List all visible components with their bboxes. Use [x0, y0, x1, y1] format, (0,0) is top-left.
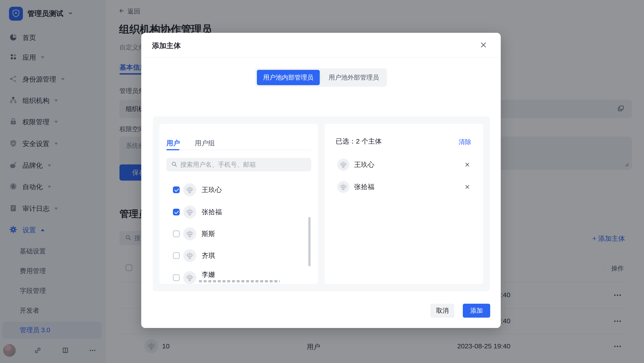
clipped-subtext — [199, 280, 280, 282]
user-name: 张拾福 — [202, 208, 222, 217]
selected-name: 张拾福 — [354, 182, 374, 192]
user-avatar — [183, 183, 196, 196]
user-name: 齐琪 — [202, 251, 215, 260]
remove-icon[interactable] — [463, 160, 472, 169]
tab-users[interactable]: 用户 — [166, 139, 180, 148]
user-avatar — [183, 271, 196, 284]
tab-active-underline — [166, 149, 180, 150]
admin-type-segmented-control: 用户池内部管理员 用户池外部管理员 — [255, 68, 387, 87]
user-checkbox[interactable] — [173, 209, 180, 215]
user-list-item[interactable]: 齐琪 — [160, 247, 318, 264]
user-avatar — [337, 159, 350, 171]
user-avatar — [183, 249, 196, 262]
user-avatar — [337, 181, 350, 193]
selected-summary: 已选：2 个主体 — [336, 137, 382, 146]
picker-panel: 用户 用户组 搜索用户名、手机号、邮箱 王玖心 张拾福 — [153, 116, 490, 291]
admin-console-app: 管理员测试 首页 应用 身份源管理 组织机构 权限管理 — [0, 0, 644, 363]
selected-item: 张拾福 — [324, 179, 483, 195]
selected-panel-card: 已选：2 个主体 清除 王玖心 张拾福 — [324, 124, 483, 284]
user-checkbox[interactable] — [173, 274, 180, 281]
modal-header-divider — [141, 58, 501, 58]
user-name: 李姗 — [202, 270, 215, 279]
user-list-item[interactable]: 斯斯 — [160, 225, 318, 242]
user-search-placeholder: 搜索用户名、手机号、邮箱 — [180, 160, 256, 169]
segment-external-admin[interactable]: 用户池外部管理员 — [322, 70, 385, 85]
user-list-item[interactable]: 王玖心 — [160, 181, 318, 198]
user-list-item[interactable]: 张拾福 — [160, 203, 318, 221]
add-subject-modal: 添加主体 用户池内部管理员 用户池外部管理员 1 选择管理员主体 › 2 通知管… — [141, 33, 501, 328]
tabs-divider — [166, 150, 311, 150]
cancel-label: 取消 — [436, 306, 449, 315]
user-picker-card: 用户 用户组 搜索用户名、手机号、邮箱 王玖心 张拾福 — [160, 124, 318, 284]
user-checkbox[interactable] — [173, 230, 180, 237]
clear-link[interactable]: 清除 — [459, 138, 471, 146]
segment-internal-admin[interactable]: 用户池内部管理员 — [257, 70, 320, 85]
user-search-input[interactable]: 搜索用户名、手机号、邮箱 — [166, 158, 311, 171]
user-avatar — [183, 206, 196, 219]
user-checkbox[interactable] — [173, 186, 180, 193]
modal-title: 添加主体 — [152, 41, 181, 51]
user-avatar — [183, 227, 196, 240]
remove-icon[interactable] — [463, 182, 472, 191]
selected-item: 王玖心 — [324, 157, 483, 173]
confirm-add-button[interactable]: 添加 — [463, 304, 490, 318]
user-checkbox[interactable] — [173, 252, 180, 259]
close-icon[interactable] — [478, 39, 489, 51]
segment-divider — [321, 74, 321, 82]
cancel-button[interactable]: 取消 — [430, 304, 454, 318]
tab-user-groups[interactable]: 用户组 — [195, 139, 215, 148]
selected-name: 王玖心 — [354, 160, 374, 169]
search-icon — [171, 161, 178, 168]
list-scrollbar[interactable] — [308, 217, 310, 266]
confirm-label: 添加 — [470, 306, 483, 315]
user-name: 斯斯 — [202, 229, 215, 239]
user-name: 王玖心 — [202, 185, 222, 195]
